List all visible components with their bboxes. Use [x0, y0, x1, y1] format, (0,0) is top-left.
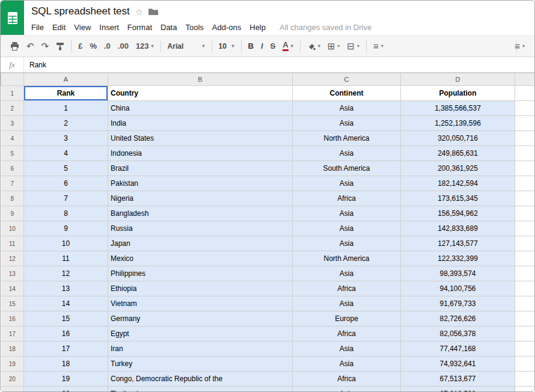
cell[interactable]: 74,932,641 — [401, 357, 515, 372]
row-number[interactable]: 8 — [1, 191, 24, 206]
print-button[interactable] — [7, 39, 23, 54]
row-number[interactable]: 11 — [1, 236, 24, 251]
cell[interactable]: Japan — [108, 236, 293, 251]
column-header-c[interactable]: C — [293, 73, 401, 86]
cell[interactable]: Germany — [108, 311, 293, 326]
cell[interactable]: Asia — [293, 266, 401, 281]
cell[interactable]: Indonesia — [108, 146, 293, 161]
font-family-select[interactable]: Arial ▾ — [164, 39, 209, 54]
cell[interactable]: Asia — [293, 357, 401, 372]
cell[interactable]: South America — [293, 161, 401, 176]
cell[interactable]: 14 — [24, 296, 108, 311]
menu-item-format[interactable]: Format — [123, 23, 156, 32]
cell[interactable]: Africa — [293, 326, 401, 341]
menu-item-data[interactable]: Data — [156, 23, 181, 32]
format-percent-button[interactable]: % — [86, 39, 100, 54]
cell[interactable]: Bangladesh — [108, 206, 293, 221]
cell[interactable]: Asia — [293, 387, 401, 392]
row-number[interactable]: 17 — [1, 326, 24, 341]
cell[interactable]: North America — [293, 251, 401, 266]
document-title[interactable]: SQL spreadsheet test — [31, 5, 130, 17]
row-number[interactable]: 12 — [1, 251, 24, 266]
star-icon[interactable]: ☆ — [135, 7, 143, 16]
cell[interactable]: 67,010,502 — [401, 387, 515, 392]
cell[interactable]: 1 — [24, 101, 108, 116]
redo-button[interactable]: ↷ — [38, 39, 53, 54]
cell[interactable]: Russia — [108, 221, 293, 236]
row-number[interactable]: 4 — [1, 131, 24, 146]
cell[interactable]: 8 — [24, 206, 108, 221]
cell[interactable] — [515, 281, 535, 296]
cell[interactable]: Rank — [24, 86, 108, 101]
cell[interactable]: Population — [401, 86, 515, 101]
cell[interactable]: Iran — [108, 341, 293, 357]
cell[interactable] — [515, 161, 535, 176]
row-number[interactable]: 21 — [1, 387, 24, 392]
cell[interactable]: 12 — [24, 266, 108, 281]
cell[interactable] — [515, 311, 535, 326]
cell[interactable]: Thailand — [108, 387, 293, 392]
cell[interactable]: 94,100,756 — [401, 281, 515, 296]
cell[interactable]: 77,447,168 — [401, 341, 515, 357]
cell[interactable]: Continent — [293, 86, 401, 101]
strikethrough-button[interactable]: S — [267, 39, 280, 54]
row-number[interactable]: 18 — [1, 341, 24, 357]
row-number[interactable]: 7 — [1, 176, 24, 191]
cell[interactable]: Philippines — [108, 266, 293, 281]
cell[interactable] — [515, 326, 535, 341]
cell[interactable]: Europe — [293, 311, 401, 326]
fill-color-button[interactable]: ▾ — [304, 39, 324, 54]
menu-item-insert[interactable]: Insert — [95, 23, 123, 32]
cell[interactable]: Ethiopia — [108, 281, 293, 296]
cell[interactable]: 11 — [24, 251, 108, 266]
cell[interactable]: 17 — [24, 341, 108, 357]
more-formats-button[interactable]: 123 ▾ — [132, 39, 157, 54]
menu-item-add-ons[interactable]: Add-ons — [208, 23, 245, 32]
cell[interactable]: 9 — [24, 221, 108, 236]
format-currency-button[interactable]: £ — [75, 39, 86, 54]
cell[interactable]: 2 — [24, 116, 108, 131]
cell[interactable]: 182,142,594 — [401, 176, 515, 191]
row-number[interactable]: 19 — [1, 357, 24, 372]
row-number[interactable]: 1 — [1, 86, 24, 101]
cell[interactable]: 19 — [24, 372, 108, 387]
row-number[interactable]: 2 — [1, 101, 24, 116]
select-all-corner[interactable] — [1, 73, 24, 86]
cell[interactable]: 82,726,626 — [401, 311, 515, 326]
cell[interactable]: 16 — [24, 326, 108, 341]
cell[interactable]: 6 — [24, 176, 108, 191]
cell[interactable]: Egypt — [108, 326, 293, 341]
cell[interactable]: 5 — [24, 161, 108, 176]
row-number[interactable]: 14 — [1, 281, 24, 296]
cell[interactable]: Pakistan — [108, 176, 293, 191]
formula-input[interactable]: Rank — [24, 61, 534, 69]
cell[interactable] — [515, 236, 535, 251]
cell[interactable] — [515, 357, 535, 372]
menu-item-file[interactable]: File — [27, 23, 48, 32]
row-number[interactable]: 9 — [1, 206, 24, 221]
row-number[interactable]: 20 — [1, 372, 24, 387]
cell[interactable]: Mexico — [108, 251, 293, 266]
cell[interactable]: 200,361,925 — [401, 161, 515, 176]
bold-button[interactable]: B — [245, 39, 257, 54]
cell[interactable] — [515, 251, 535, 266]
cell[interactable]: 4 — [24, 146, 108, 161]
cell[interactable]: Africa — [293, 372, 401, 387]
cell[interactable] — [515, 341, 535, 357]
menu-item-edit[interactable]: Edit — [48, 23, 70, 32]
cell[interactable]: 82,056,378 — [401, 326, 515, 341]
cell[interactable]: North America — [293, 131, 401, 146]
cell[interactable]: Africa — [293, 191, 401, 206]
cell[interactable]: 156,594,962 — [401, 206, 515, 221]
decrease-decimal-button[interactable]: .0 — [100, 39, 114, 54]
cell[interactable]: Asia — [293, 236, 401, 251]
sheets-logo-icon[interactable] — [1, 1, 24, 35]
cell[interactable]: Africa — [293, 281, 401, 296]
row-number[interactable]: 13 — [1, 266, 24, 281]
increase-decimal-button[interactable]: .00 — [114, 39, 132, 54]
cell[interactable]: 122,332,399 — [401, 251, 515, 266]
menu-item-tools[interactable]: Tools — [181, 23, 207, 32]
cell[interactable]: India — [108, 116, 293, 131]
borders-button[interactable]: ⊞ ▾ — [324, 39, 344, 54]
cell[interactable] — [515, 131, 535, 146]
